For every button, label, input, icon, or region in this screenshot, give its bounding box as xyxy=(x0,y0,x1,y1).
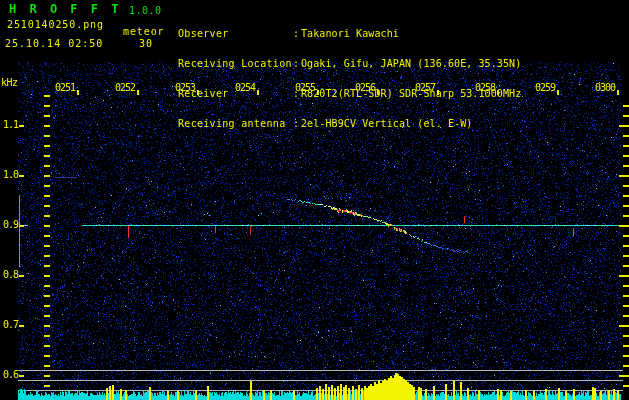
info-label: Receiving Location xyxy=(178,59,293,69)
x-tick-label: 0253 xyxy=(174,83,196,93)
hrofft-screenshot: H R O F F T 1.0.0 2510140250.png meteor … xyxy=(0,0,629,400)
colon: : xyxy=(293,119,301,129)
info-row-observer: Observer:Takanori Kawachi xyxy=(178,29,521,39)
app-title: H R O F F T xyxy=(9,4,121,14)
info-value: Ogaki, Gifu, JAPAN (136.60E, 35.35N) xyxy=(301,58,521,69)
info-label: Observer xyxy=(178,29,293,39)
y-tick-label: 1.0 xyxy=(0,170,18,180)
x-tick-label: 0258 xyxy=(474,83,496,93)
info-label: Receiving antenna xyxy=(178,119,293,129)
y-tick-label: 0.8 xyxy=(0,270,18,280)
x-tick-label: 0252 xyxy=(114,83,136,93)
x-tick-label: 0300 xyxy=(594,83,616,93)
y-tick-label: 1.1 xyxy=(0,120,18,130)
app-version: 1.0.0 xyxy=(129,6,162,16)
x-tick-label: 0255 xyxy=(294,83,316,93)
x-tick-label: 0251 xyxy=(54,83,76,93)
info-row-location: Receiving Location:Ogaki, Gifu, JAPAN (1… xyxy=(178,59,521,69)
info-row-receiver: Receiver:R820T2(RTL-SDR) SDR-Sharp 53.10… xyxy=(178,89,521,99)
y-tick-label: 0.7 xyxy=(0,320,18,330)
y-tick-label: 0.6 xyxy=(0,370,18,380)
y-tick-label: 0.9 xyxy=(0,220,18,230)
gate-count: 30 xyxy=(139,39,153,49)
x-tick-label: 0254 xyxy=(234,83,256,93)
observation-datetime: 25.10.14 02:50 xyxy=(5,39,103,49)
info-value: Takanori Kawachi xyxy=(301,28,399,39)
station-info: Observer:Takanori Kawachi Receiving Loca… xyxy=(178,9,521,149)
colon: : xyxy=(293,29,301,39)
colon: : xyxy=(293,59,301,69)
x-tick-label: 0259 xyxy=(534,83,556,93)
x-tick-label: 0257 xyxy=(414,83,436,93)
output-filename: 2510140250.png xyxy=(7,20,104,30)
observation-mode: meteor xyxy=(123,27,165,37)
y-axis-unit: kHz xyxy=(1,78,18,88)
x-tick-label: 0256 xyxy=(354,83,376,93)
info-value: 2el-HB9CV Vertical (el. E-W) xyxy=(301,118,472,129)
info-row-antenna: Receiving antenna:2el-HB9CV Vertical (el… xyxy=(178,119,521,129)
